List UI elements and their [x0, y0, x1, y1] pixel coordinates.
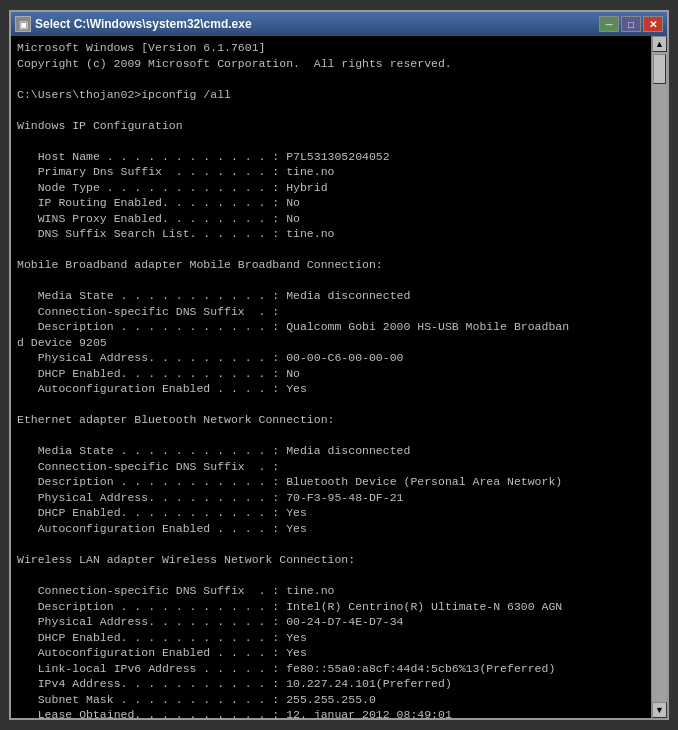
scroll-down-button[interactable]: ▼ — [652, 702, 667, 718]
window-controls: ─ □ ✕ — [599, 16, 663, 32]
terminal-output: Microsoft Windows [Version 6.1.7601] Cop… — [11, 36, 651, 718]
cmd-icon: ▣ — [15, 16, 31, 32]
cmd-window: ▣ Select C:\Windows\system32\cmd.exe ─ □… — [9, 10, 669, 720]
window-title: Select C:\Windows\system32\cmd.exe — [35, 17, 252, 31]
scroll-up-button[interactable]: ▲ — [652, 36, 667, 52]
scrollbar[interactable]: ▲ ▼ — [651, 36, 667, 718]
maximize-button[interactable]: □ — [621, 16, 641, 32]
title-bar-left: ▣ Select C:\Windows\system32\cmd.exe — [15, 16, 252, 32]
scroll-track[interactable] — [652, 52, 667, 702]
scroll-thumb[interactable] — [653, 54, 666, 84]
title-bar: ▣ Select C:\Windows\system32\cmd.exe ─ □… — [11, 12, 667, 36]
minimize-button[interactable]: ─ — [599, 16, 619, 32]
close-button[interactable]: ✕ — [643, 16, 663, 32]
content-area: Microsoft Windows [Version 6.1.7601] Cop… — [11, 36, 667, 718]
